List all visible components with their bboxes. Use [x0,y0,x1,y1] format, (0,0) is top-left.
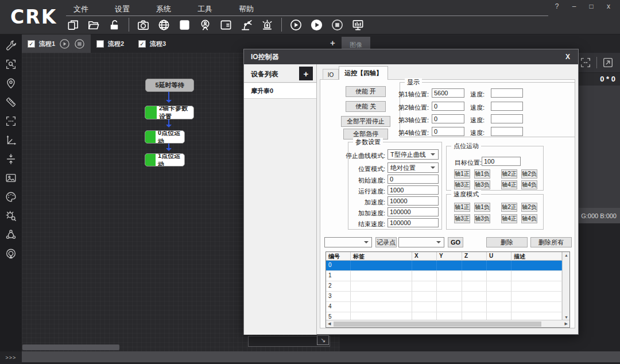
table-row[interactable]: 4 [326,302,562,312]
flow-node-delay[interactable]: 5延时等待 [145,79,194,92]
canvas-horizontal-scrollbar[interactable] [22,344,119,350]
table-row[interactable]: 0 [326,261,562,271]
stop-curve-select[interactable]: T型停止曲线 [388,149,439,160]
menu-settings[interactable]: 设置 [109,2,135,16]
menu-file[interactable]: 文件 [68,2,94,16]
sp-axis4-plus-button[interactable]: 轴4正 [501,214,517,223]
expand-view-icon[interactable] [602,56,614,69]
scroll-down-icon[interactable]: ▼ [563,315,570,319]
col-header-x[interactable]: X [412,252,437,261]
add-view-tab-button[interactable]: + [330,38,335,48]
radar-icon[interactable] [5,247,17,260]
axis3-pos-field[interactable] [432,114,464,123]
pt-axis4-plus-button[interactable]: 轴4正 [501,180,517,189]
pos-mode-select[interactable]: 绝对位置 [388,162,439,173]
unlock-icon[interactable] [108,18,121,32]
bug-search-icon[interactable] [5,210,17,222]
globe-icon[interactable] [157,18,170,32]
col-header-u[interactable]: U [487,252,512,261]
menu-system[interactable]: 系统 [150,2,177,16]
text-recognition-icon[interactable]: A [219,18,232,32]
col-header-desc[interactable]: 描述 [512,252,562,261]
enable-on-button[interactable]: 使能 开 [346,86,386,97]
flow1-run-button[interactable] [59,38,70,49]
sp-axis3-plus-button[interactable]: 轴3正 [454,214,470,223]
end-speed-field[interactable] [388,218,439,227]
flow3-checkbox[interactable]: ✓ [138,40,146,48]
sp-axis2-minus-button[interactable]: 轴2负 [521,203,537,212]
run-single-icon[interactable] [289,18,303,32]
table-vertical-scrollbar[interactable]: ▲ ▼ [562,252,569,320]
axis1-speed-field[interactable] [491,88,523,98]
axis4-speed-field[interactable] [491,127,523,136]
pt-axis1-minus-button[interactable]: 轴1负 [474,169,490,179]
tab-motion-four-axis[interactable]: 运控【四轴】 [339,66,388,80]
window-help-button[interactable]: ? [551,2,563,10]
dialog-title-bar[interactable]: IO控制器 X [244,49,578,64]
table-row[interactable]: 2 [326,281,562,292]
flow1-stop-button[interactable] [74,38,85,49]
enable-off-button[interactable]: 使能 关 [346,101,386,112]
ruler-icon[interactable] [5,96,17,109]
sp-axis3-minus-button[interactable]: 轴3负 [474,214,490,223]
image-icon[interactable] [5,172,17,184]
col-header-tag[interactable]: 标签 [351,252,412,261]
scroll-right-icon[interactable]: ▶ [565,322,568,326]
pt-axis2-plus-button[interactable]: 轴2正 [501,169,517,179]
sp-axis2-plus-button[interactable]: 轴2正 [501,203,517,212]
device-list-item[interactable]: 摩升泰0 [244,83,316,99]
delete-all-button[interactable]: 删除所有 [530,237,572,247]
col-header-id[interactable]: 编号 [326,252,351,261]
add-device-button[interactable]: + [299,67,313,80]
run-continuous-icon[interactable] [310,18,323,32]
resize-handle-button[interactable]: ↘ [317,335,329,345]
scan-code-icon[interactable] [5,115,17,127]
axis4-pos-field[interactable] [432,127,464,136]
record-point-select[interactable] [324,237,372,247]
axis2-pos-field[interactable] [432,102,464,111]
table-horizontal-scrollbar[interactable]: ◀ ▶ [326,320,569,327]
wrench-icon[interactable] [5,39,17,52]
menu-help[interactable]: 帮助 [233,2,259,16]
init-speed-field[interactable] [388,175,439,184]
align-center-icon[interactable] [5,153,17,165]
sp-axis4-minus-button[interactable]: 轴4负 [521,214,537,223]
monitor-chart-icon[interactable] [351,18,365,32]
pt-axis4-minus-button[interactable]: 轴4负 [521,180,537,189]
location-pin-icon[interactable] [5,77,17,90]
pt-axis2-minus-button[interactable]: 轴2负 [521,169,537,179]
fit-view-icon[interactable] [579,56,592,69]
tab-io[interactable]: IO [323,69,339,80]
camera-icon[interactable] [137,18,150,32]
table-row[interactable]: 5 [326,312,562,320]
flow-node-axis-params[interactable]: 2轴卡参数设置 [145,106,194,119]
alarm-beacon-icon[interactable] [261,18,274,32]
delete-button[interactable]: 删除 [486,237,528,247]
table-row[interactable]: 1 [326,271,562,281]
robot-arm-icon[interactable] [240,18,253,32]
col-header-z[interactable]: Z [462,252,487,261]
pt-axis3-plus-button[interactable]: 轴3正 [454,180,470,189]
accel-field[interactable] [388,196,439,206]
axis-icon[interactable] [5,134,17,146]
flow1-checkbox[interactable]: ✓ [28,40,35,48]
record-point-button[interactable]: 记录点 [375,237,397,247]
pt-axis3-minus-button[interactable]: 轴3负 [474,180,490,189]
scrollbar-thumb[interactable] [334,322,541,327]
run-speed-field[interactable] [388,185,439,195]
network-icon[interactable] [5,229,17,241]
window-close-button[interactable]: x [603,2,614,10]
sp-axis1-plus-button[interactable]: 轴1正 [454,203,470,212]
expand-statusbar-button[interactable]: >>> [0,351,22,364]
flow2-checkbox[interactable] [96,40,104,48]
flow-tab-3[interactable]: ✓ 流程3 [133,34,172,53]
stop-icon[interactable] [331,18,344,32]
flow-node-point-move-0[interactable]: 0点位运动 [145,130,185,144]
go-button[interactable]: GO [448,237,463,247]
palette-icon[interactable] [5,191,17,203]
pt-axis1-plus-button[interactable]: 轴1正 [454,169,470,179]
sp-axis1-minus-button[interactable]: 轴1负 [474,203,490,212]
axis3-speed-field[interactable] [491,114,523,123]
dialog-close-button[interactable]: X [565,53,570,61]
window-maximize-button[interactable]: □ [586,2,597,10]
